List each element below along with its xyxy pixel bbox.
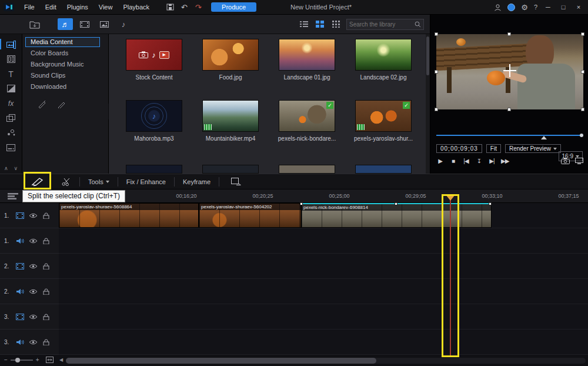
explorer-item-background-music[interactable]: Background Music [22, 59, 108, 70]
preview-window-button[interactable] [575, 158, 583, 164]
menu-playback[interactable]: Playback [118, 4, 155, 11]
selection-handle[interactable] [435, 70, 438, 74]
media-item-pexels-yaroslav[interactable]: ✓ pexels-yaroslav-shur... [348, 100, 419, 142]
thumbnail-pexels-nick[interactable]: ✓ [279, 100, 335, 132]
fx-room-icon[interactable]: fx [2, 96, 20, 111]
media-item-pexels-nick[interactable]: ✓ pexels-nick-bondare... [271, 100, 343, 142]
lock-icon[interactable] [39, 212, 52, 219]
library-menu-icon[interactable] [330, 19, 341, 29]
particle-room-icon[interactable] [2, 125, 20, 140]
audio-track-3[interactable] [59, 330, 588, 355]
account-icon[interactable] [494, 4, 502, 11]
title-room-icon[interactable]: T [2, 66, 20, 81]
filter-video-tab[interactable] [77, 18, 92, 30]
zoom-fit-icon[interactable] [46, 357, 54, 363]
thumbnail-landscape-01[interactable] [279, 39, 335, 71]
previous-frame-button[interactable]: |◀ [462, 158, 470, 164]
clip-handle[interactable] [489, 202, 492, 205]
menu-edit[interactable]: Edit [40, 4, 62, 11]
rail-page-up-icon[interactable]: ∧ [4, 165, 8, 171]
trim-scissors-icon[interactable] [62, 178, 71, 186]
cloud-account-icon[interactable] [507, 4, 515, 11]
library-scrollbar-thumb[interactable] [426, 36, 429, 75]
lock-icon[interactable] [39, 238, 52, 244]
selection-handle[interactable] [581, 108, 584, 111]
eye-icon[interactable] [26, 314, 39, 320]
transition-room-icon[interactable] [2, 81, 20, 96]
thumbnail-pexels-yaroslav[interactable]: ✓ [355, 100, 412, 132]
zoom-in-icon[interactable]: + [36, 357, 39, 363]
explorer-item-media-content[interactable]: Media Content [25, 37, 100, 47]
tools-dropdown[interactable]: Tools [88, 178, 109, 185]
lock-icon[interactable] [39, 314, 52, 320]
render-preview-button[interactable]: Render Preview [505, 144, 561, 153]
preview-seekbar[interactable] [436, 134, 583, 139]
designer-room-icon[interactable] [231, 178, 241, 185]
undo-icon[interactable]: ↶ [177, 3, 191, 12]
produce-button[interactable]: Produce [211, 2, 256, 12]
next-frame-button[interactable]: ▶| [488, 158, 496, 164]
capture-frame-button[interactable]: ↧ [475, 158, 483, 164]
eye-icon[interactable] [26, 238, 39, 244]
partial-thumbnail[interactable] [355, 165, 412, 174]
filter-music-tab[interactable]: ♪ [116, 18, 131, 30]
import-media-icon[interactable] [27, 18, 42, 30]
media-item-mountainbiker[interactable]: Mountainbiker.mp4 [195, 100, 266, 142]
track-manager-icon[interactable] [8, 192, 18, 199]
audio-track-2[interactable] [59, 279, 588, 304]
thumbnail-mountainbiker[interactable] [202, 100, 259, 132]
stop-button[interactable]: ■ [449, 158, 457, 164]
partial-thumbnail[interactable] [126, 165, 182, 174]
menu-file[interactable]: File [19, 4, 40, 11]
subtitle-room-icon[interactable] [2, 140, 20, 155]
rail-page-down-icon[interactable]: ∨ [14, 165, 18, 171]
thumbnail-food[interactable] [202, 39, 259, 71]
library-scrollbar[interactable] [426, 34, 430, 174]
explorer-item-color-boards[interactable]: Color Boards [22, 48, 108, 59]
filter-photo-tab[interactable] [96, 18, 112, 30]
timeline-clip-3-selected[interactable]: pexels-nick-bondarev-6908814 [301, 203, 492, 228]
snapshot-button[interactable] [561, 158, 570, 164]
media-item-landscape-02[interactable]: Landscape 02.jpg [348, 39, 419, 81]
thumbnail-mahoroba[interactable]: ♪ [126, 100, 182, 132]
video-track-3[interactable] [59, 304, 588, 330]
filter-all-media-tab[interactable]: ♬ [58, 18, 73, 30]
zoom-slider-thumb[interactable] [15, 358, 20, 362]
minimize-button[interactable]: ─ [543, 4, 553, 11]
partial-thumbnail[interactable] [202, 165, 259, 174]
search-input[interactable] [349, 21, 415, 28]
media-item-food[interactable]: Food.jpg [195, 39, 266, 81]
save-icon[interactable] [163, 4, 177, 11]
audio-track-1[interactable] [59, 228, 588, 254]
selection-handle[interactable] [581, 32, 584, 36]
eye-icon[interactable] [26, 340, 39, 345]
list-view-icon[interactable] [299, 19, 309, 29]
video-track-2[interactable] [59, 254, 588, 279]
tag-pen-icon[interactable] [38, 100, 47, 108]
redo-icon[interactable]: ↷ [191, 3, 205, 12]
media-room-icon[interactable] [2, 37, 20, 52]
preview-video[interactable] [436, 34, 583, 109]
seekbar-end-knob[interactable] [580, 134, 583, 137]
overlay-room-icon[interactable] [2, 111, 20, 125]
scroll-left-icon[interactable]: ◀ [59, 357, 63, 362]
timecode-display[interactable]: 00;00;09;03 [436, 144, 482, 153]
eye-icon[interactable] [26, 264, 39, 269]
eye-icon[interactable] [26, 213, 39, 218]
play-button[interactable]: ▶ [436, 158, 444, 164]
fix-enhance-button[interactable]: Fix / Enhance [126, 178, 166, 185]
help-icon[interactable]: ? [534, 4, 537, 11]
selection-handle[interactable] [507, 108, 511, 111]
explorer-item-downloaded[interactable]: Downloaded [22, 81, 108, 92]
timeline-clip-2[interactable]: pexels-yaroslav-shuraev-5604202 [199, 203, 301, 228]
boards-room-icon[interactable] [2, 52, 20, 66]
selection-handle[interactable] [507, 32, 511, 36]
video-track-1[interactable]: pexels-yaroslav-shuraev-5608864 pexels-y… [59, 203, 588, 228]
selection-handle[interactable] [435, 32, 438, 36]
eye-icon[interactable] [26, 289, 39, 294]
tag-pen-icon-2[interactable] [56, 100, 66, 108]
selection-handle[interactable] [435, 108, 438, 111]
grid-view-icon[interactable] [315, 19, 325, 29]
search-icon[interactable] [415, 21, 421, 28]
media-item-stock-content[interactable]: ♪ ▶ Stock Content [118, 39, 190, 81]
